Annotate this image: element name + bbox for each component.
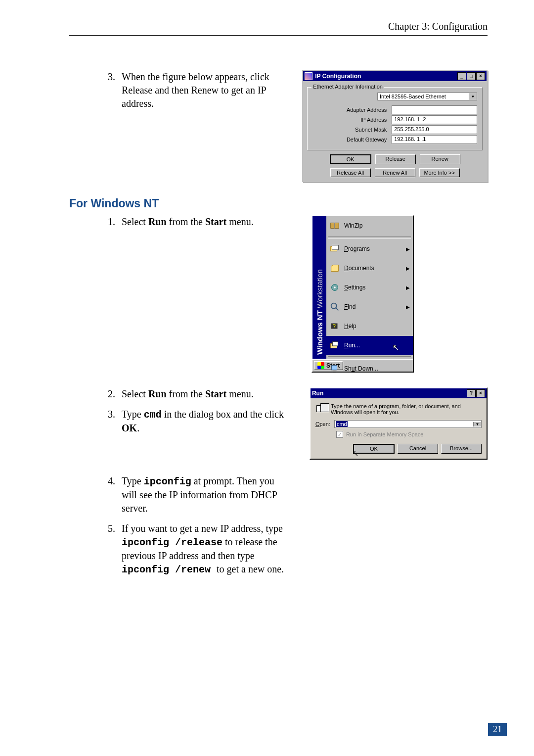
- start-item-label: Find: [344, 303, 356, 310]
- window-title: Run: [312, 390, 467, 397]
- start-item-winzip[interactable]: WinZip: [326, 216, 413, 236]
- renew-all-button[interactable]: Renew All: [375, 168, 415, 177]
- window-title: IP Configuration: [315, 73, 457, 80]
- svg-line-7: [336, 308, 339, 311]
- start-item-run[interactable]: Run... ↖: [326, 336, 413, 355]
- step-3-top: When the figure below appears, click Rel…: [118, 70, 282, 110]
- value-default-gateway: 192.168. 1 .1: [392, 135, 477, 144]
- nt-step-5: If you want to get a new IP address, typ…: [118, 522, 292, 576]
- label-ip-address: IP Address: [312, 117, 392, 123]
- svg-rect-10: [332, 342, 338, 346]
- start-item-programs[interactable]: Programs ▶: [326, 239, 413, 259]
- open-label: Open:: [315, 421, 330, 427]
- maximize-button[interactable]: □: [467, 72, 476, 80]
- start-item-label: Settings: [344, 284, 365, 291]
- run-dialog-icon: [315, 403, 326, 415]
- nt-step-4: Type ipconfig at prompt. Then you will s…: [118, 474, 292, 515]
- ethernet-adapter-group: Ethernet Adapter Information Intel 82595…: [307, 87, 483, 150]
- value-ip-address: 192.168. 1 .2: [392, 115, 477, 124]
- label-adapter-address: Adapter Address: [312, 107, 392, 113]
- chapter-title: Chapter 3: Configuration: [69, 21, 488, 36]
- ok-button[interactable]: OK: [330, 154, 371, 164]
- label-default-gateway: Default Gateway: [312, 137, 392, 142]
- start-menu-sidebar: Windows NT Workstation: [312, 216, 326, 359]
- adapter-dropdown[interactable]: Intel 82595-Based Ethernet ▼: [377, 93, 477, 100]
- settings-icon: [329, 282, 340, 293]
- titlebar: Run ? ×: [311, 388, 487, 398]
- value-subnet-mask: 255.255.255.0: [392, 125, 477, 134]
- cursor-icon: ↖: [352, 449, 358, 458]
- run-description: Type the name of a program, folder, or d…: [331, 403, 482, 415]
- chevron-right-icon: ▶: [406, 246, 410, 252]
- windows-flag-icon: [317, 362, 324, 369]
- start-item-documents[interactable]: Documents ▶: [326, 259, 413, 278]
- chevron-right-icon: ▶: [406, 304, 410, 310]
- svg-rect-1: [334, 223, 335, 229]
- nt-step-3: Type cmd in the dialog box and the click…: [118, 408, 290, 435]
- renew-button[interactable]: Renew: [420, 154, 460, 164]
- chevron-right-icon: ▶: [406, 285, 410, 290]
- ip-configuration-window: IP Configuration _ □ × Ethernet Adapter …: [302, 70, 488, 182]
- nt-step-2: Select Run from the Start menu.: [118, 387, 290, 401]
- start-item-label: WinZip: [344, 222, 362, 229]
- page-number: 21: [488, 723, 507, 736]
- label-subnet-mask: Subnet Mask: [312, 127, 392, 133]
- browse-button[interactable]: Browse...: [441, 444, 482, 454]
- svg-rect-3: [332, 245, 339, 250]
- start-item-shutdown[interactable]: Shut Down...: [326, 359, 413, 378]
- value-adapter-address: [392, 105, 477, 114]
- start-item-label: Run...: [344, 342, 360, 349]
- titlebar: IP Configuration _ □ ×: [303, 71, 487, 81]
- ok-button[interactable]: OK: [353, 444, 395, 454]
- nt-step-1: Select Run from the Start menu.: [118, 215, 292, 229]
- chevron-down-icon: ▼: [473, 422, 481, 426]
- find-icon: [329, 301, 340, 312]
- shutdown-icon: [329, 363, 340, 374]
- release-all-button[interactable]: Release All: [330, 168, 371, 177]
- app-icon: [305, 72, 312, 80]
- group-legend: Ethernet Adapter Information: [312, 84, 384, 90]
- chevron-down-icon: ▼: [469, 93, 477, 100]
- chevron-right-icon: ▶: [406, 266, 410, 271]
- start-item-label: Programs: [344, 245, 370, 252]
- checkbox-label: Run in Separate Memory Space: [346, 431, 424, 437]
- svg-rect-12: [333, 371, 336, 372]
- programs-icon: [329, 243, 340, 254]
- menu-divider: [328, 356, 411, 358]
- start-item-find[interactable]: Find ▶: [326, 297, 413, 317]
- close-button[interactable]: ×: [476, 72, 485, 80]
- winzip-icon: [329, 220, 340, 231]
- start-item-help[interactable]: ? Help: [326, 317, 413, 336]
- release-button[interactable]: Release: [375, 154, 416, 164]
- more-info-button[interactable]: More Info >>: [419, 168, 460, 177]
- run-dialog: Run ? × Type the name of a program, fold…: [310, 387, 488, 460]
- help-button[interactable]: ?: [467, 389, 476, 397]
- documents-icon: [329, 263, 340, 274]
- run-icon: [329, 340, 340, 351]
- start-item-label: Help: [344, 323, 356, 330]
- menu-divider: [328, 236, 411, 238]
- svg-point-5: [334, 286, 336, 288]
- svg-rect-11: [332, 366, 337, 370]
- start-menu: Windows NT Workstation WinZip Programs ▶: [312, 215, 414, 373]
- svg-text:?: ?: [333, 324, 336, 329]
- section-title-windows-nt: For Windows NT: [69, 197, 488, 210]
- help-icon: ?: [329, 321, 340, 331]
- open-input-value: cmd: [336, 421, 348, 427]
- open-input[interactable]: cmd ▼: [334, 420, 482, 428]
- cancel-button[interactable]: Cancel: [398, 444, 438, 454]
- checkbox-icon: ✓: [336, 431, 343, 438]
- separate-memory-checkbox[interactable]: ✓ Run in Separate Memory Space: [336, 431, 482, 438]
- cursor-icon: ↖: [393, 343, 399, 352]
- page-content: Chapter 3: Configuration When the figure…: [69, 21, 488, 598]
- close-button[interactable]: ×: [476, 389, 485, 397]
- adapter-dropdown-value: Intel 82595-Based Ethernet: [378, 93, 469, 100]
- minimize-button[interactable]: _: [457, 72, 466, 80]
- start-item-label: Shut Down...: [344, 365, 378, 372]
- start-item-label: Documents: [344, 265, 374, 272]
- start-item-settings[interactable]: Settings ▶: [326, 278, 413, 297]
